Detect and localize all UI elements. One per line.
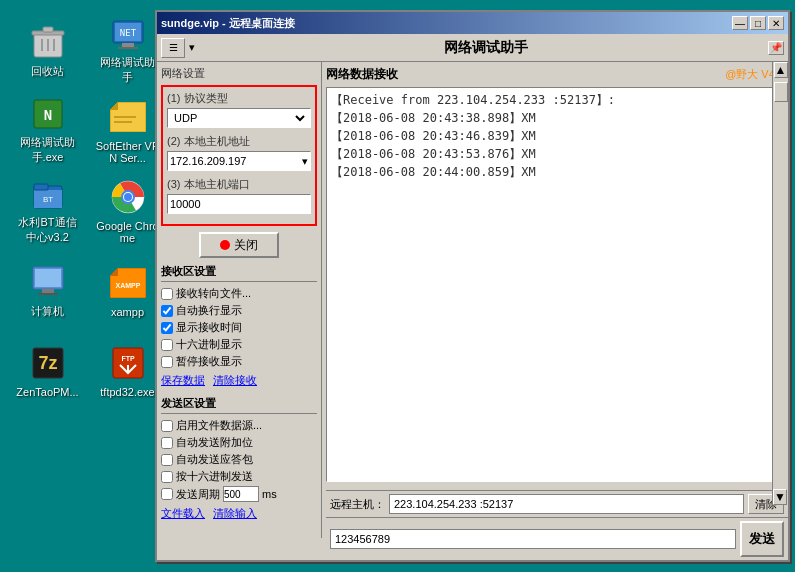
recv-checkbox-4[interactable]: 暂停接收显示: [161, 354, 317, 369]
desktop-icon-xampp[interactable]: XAMPP xampp: [90, 250, 165, 330]
svg-rect-8: [122, 43, 134, 47]
local-port-input[interactable]: [167, 194, 311, 214]
recv-data-title: 网络数据接收: [326, 66, 398, 83]
desktop-icon-recycle[interactable]: 回收站: [10, 10, 85, 90]
send-cb-0[interactable]: [161, 420, 173, 432]
chrome-label: Google Chrome: [95, 220, 160, 244]
zentao-label: ZenTaoPM...: [16, 386, 78, 398]
window-controls: — □ ✕: [732, 16, 784, 30]
clear-input-link[interactable]: 清除输入: [213, 506, 257, 521]
send-cb-4[interactable]: [161, 488, 173, 500]
send-cb-1-label: 自动发送附加位: [176, 435, 253, 450]
protocol-group: (1) 协议类型 UDP TCP Client TCP Server: [167, 91, 311, 128]
toolbar-pin-button[interactable]: 📌: [768, 41, 784, 55]
xampp-label: xampp: [111, 306, 144, 318]
toolbar-menu-button[interactable]: ☰: [161, 38, 185, 58]
recv-checkbox-3[interactable]: 十六进制显示: [161, 337, 317, 352]
recv-area: 【Receive from 223.104.254.233 :52137】: 【…: [326, 87, 784, 482]
recycle-icon: [28, 21, 68, 61]
recv-cb-1[interactable]: [161, 305, 173, 317]
shuili-label: 水利BT通信中心v3.2: [15, 215, 80, 245]
desktop-icon-network-debug-exe[interactable]: N 网络调试助手.exe: [10, 90, 85, 170]
send-button[interactable]: 发送: [740, 521, 784, 557]
protocol-select[interactable]: UDP TCP Client TCP Server: [170, 111, 308, 125]
local-port-group: (3) 本地主机端口: [167, 177, 311, 214]
recv-line-4: 【2018-06-08 20:44:00.859】XM: [331, 164, 779, 181]
tftpd-label: tftpd32.exe: [100, 386, 154, 398]
scrollbar-up[interactable]: ▲: [774, 62, 788, 78]
bottom-area: 远程主机： 清除 发送: [326, 490, 788, 560]
send-checkbox-2[interactable]: 自动发送应答包: [161, 452, 317, 467]
window-content: 网络设置 (1) 协议类型 UDP TCP Client TCP Server: [157, 62, 788, 538]
minimize-button[interactable]: —: [732, 16, 748, 30]
recv-checkbox-1[interactable]: 自动换行显示: [161, 303, 317, 318]
send-checkbox-4[interactable]: 发送周期 ms: [161, 486, 317, 502]
send-input[interactable]: [330, 529, 736, 549]
send-checkbox-3[interactable]: 按十六进制发送: [161, 469, 317, 484]
local-port-value[interactable]: [170, 198, 308, 210]
svg-rect-27: [42, 289, 54, 293]
send-cb-2[interactable]: [161, 454, 173, 466]
save-data-link[interactable]: 保存数据: [161, 373, 205, 388]
desktop-icon-shuili[interactable]: BT 水利BT通信中心v3.2: [10, 170, 85, 250]
send-cb-0-label: 启用文件数据源...: [176, 418, 262, 433]
recv-cb-4-label: 暂停接收显示: [176, 354, 242, 369]
svg-text:NET: NET: [119, 28, 136, 38]
recv-checkbox-2[interactable]: 显示接收时间: [161, 320, 317, 335]
desktop-icon-tftpd[interactable]: FTP tftpd32.exe: [90, 330, 165, 410]
network-debug-exe-label: 网络调试助手.exe: [15, 135, 80, 165]
send-checkbox-0[interactable]: 启用文件数据源...: [161, 418, 317, 433]
shuili-icon: BT: [28, 175, 68, 212]
recv-cb-0[interactable]: [161, 288, 173, 300]
maximize-button[interactable]: □: [750, 16, 766, 30]
recv-cb-2[interactable]: [161, 322, 173, 334]
clear-recv-link[interactable]: 清除接收: [213, 373, 257, 388]
send-settings-section: 发送区设置 启用文件数据源... 自动发送附加位 自动发送应答包: [161, 396, 317, 521]
svg-text:N: N: [43, 107, 51, 123]
close-btn-label: 关闭: [234, 237, 258, 254]
recv-cb-1-label: 自动换行显示: [176, 303, 242, 318]
desktop-icon-chrome[interactable]: Google Chrome: [90, 170, 165, 250]
svg-rect-26: [35, 269, 61, 287]
remote-host-input[interactable]: [389, 494, 744, 514]
scrollbar-track: ▲ ▼: [772, 62, 788, 505]
tftpd-icon: FTP: [108, 343, 148, 383]
desktop-icon-computer[interactable]: 计算机: [10, 250, 85, 330]
chrome-icon: [108, 177, 148, 217]
network-debug-exe-icon: N: [28, 95, 68, 132]
close-window-button[interactable]: ✕: [768, 16, 784, 30]
file-load-link[interactable]: 文件载入: [161, 506, 205, 521]
scrollbar-down[interactable]: ▼: [773, 489, 787, 505]
send-settings-title: 发送区设置: [161, 396, 317, 414]
desktop-icon-network-debug[interactable]: NET 网络调试助手: [90, 10, 165, 90]
desktop-icon-softether[interactable]: SoftEther VPN Ser...: [90, 90, 165, 170]
recv-line-3: 【2018-06-08 20:43:53.876】XM: [331, 146, 779, 163]
send-cb-3-label: 按十六进制发送: [176, 469, 253, 484]
local-host-input: 172.16.209.197 ▾: [167, 151, 311, 171]
remote-host-row: 远程主机： 清除: [326, 491, 788, 518]
svg-text:XAMPP: XAMPP: [115, 282, 140, 289]
recv-cb-2-label: 显示接收时间: [176, 320, 242, 335]
send-cb-1[interactable]: [161, 437, 173, 449]
send-period-input[interactable]: [223, 486, 259, 502]
recv-line-1: 【2018-06-08 20:43:38.898】XM: [331, 110, 779, 127]
scrollbar-thumb[interactable]: [774, 82, 788, 102]
recv-settings-title: 接收区设置: [161, 264, 317, 282]
network-debug-label: 网络调试助手: [95, 55, 160, 85]
send-cb-3[interactable]: [161, 471, 173, 483]
recv-checkbox-0[interactable]: 接收转向文件...: [161, 286, 317, 301]
close-connection-button[interactable]: 关闭: [199, 232, 279, 258]
protocol-input[interactable]: UDP TCP Client TCP Server: [167, 108, 311, 128]
remote-host-label: 远程主机：: [330, 497, 385, 512]
send-period-unit: ms: [262, 488, 277, 500]
recv-cb-4[interactable]: [161, 356, 173, 368]
svg-marker-14: [110, 102, 118, 110]
send-checkbox-1[interactable]: 自动发送附加位: [161, 435, 317, 450]
local-host-arrow: ▾: [302, 155, 308, 168]
recycle-label: 回收站: [31, 64, 64, 79]
svg-text:FTP: FTP: [121, 355, 135, 362]
recv-link-row: 保存数据 清除接收: [161, 373, 317, 388]
desktop-icon-zentao[interactable]: 7z ZenTaoPM...: [10, 330, 85, 410]
network-settings-header: 网络设置: [161, 66, 317, 81]
recv-cb-3[interactable]: [161, 339, 173, 351]
